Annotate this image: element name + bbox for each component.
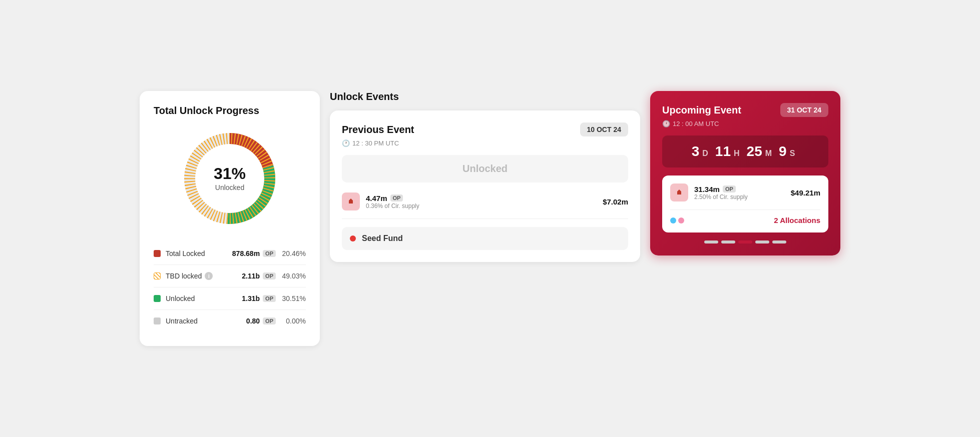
upcoming-clock-icon: 🕐: [662, 120, 670, 128]
pag-dot-3-active[interactable]: [738, 240, 752, 244]
op-badge-untracked: OP: [263, 318, 276, 324]
section-title: Unlock Events: [330, 91, 640, 102]
alloc-dot-blue: [670, 218, 676, 224]
token-icon: [342, 192, 360, 210]
allocations-label: 2 Allocations: [774, 216, 820, 224]
op-badge-tbd: OP: [263, 272, 276, 280]
upcoming-token-row: 31.34m OP 2.50% of Cir. supply $49.21m: [670, 184, 820, 202]
alloc-dot-pink: [678, 218, 684, 224]
previous-event-time: 🕐 12 : 30 PM UTC: [342, 140, 628, 147]
upcoming-token-usd: $49.21m: [791, 188, 820, 197]
legend-value-untracked: 0.80: [246, 317, 260, 325]
allocation-dots: [670, 218, 684, 224]
op-badge-locked: OP: [263, 250, 276, 257]
legend-icon-unlocked: [154, 295, 161, 302]
countdown-box: 3 D 11 H 25 M 9 S: [662, 136, 828, 168]
pag-dot-1[interactable]: [704, 240, 718, 244]
clock-icon: 🕐: [342, 140, 350, 147]
token-usd: $7.02m: [603, 198, 628, 206]
middle-section: Unlock Events Previous Event 10 OCT 24 🕐…: [330, 91, 640, 262]
token-amount: 4.47m OP: [366, 194, 603, 202]
legend-value-locked: 878.68m: [232, 250, 260, 258]
legend-item-tbd: TBD locked i 2.11b OP 49.03%: [154, 265, 306, 288]
upcoming-token-icon: [670, 184, 688, 202]
left-card-title: Total Unlock Progress: [154, 105, 306, 116]
previous-event-name: Previous Event: [342, 124, 414, 136]
op-badge-event: OP: [390, 194, 403, 202]
previous-event-header: Previous Event 10 OCT 24: [342, 122, 628, 136]
main-container: Total Unlock Progress 31% Unlocked: [140, 91, 840, 346]
fund-name: Seed Fund: [362, 234, 620, 243]
upcoming-token-supply: 2.50% of Cir. supply: [694, 194, 791, 200]
legend-icon-locked: [154, 250, 161, 257]
pag-dot-2[interactable]: [721, 240, 735, 244]
countdown-hours-unit: H: [734, 149, 740, 158]
legend-item-untracked: Untracked 0.80 OP 0.00%: [154, 310, 306, 332]
token-supply: 0.36% of Cir. supply: [366, 202, 603, 210]
legend-label-untracked: Untracked: [166, 317, 246, 325]
donut-center: 31% Unlocked: [214, 166, 246, 192]
countdown-minutes-unit: M: [765, 149, 772, 158]
countdown-days: 3: [692, 144, 700, 160]
unlocked-status-badge: Unlocked: [342, 155, 628, 182]
pag-dot-5[interactable]: [772, 240, 786, 244]
legend-pct-tbd: 49.03%: [280, 272, 306, 280]
donut-percent: 31%: [214, 166, 246, 182]
countdown-days-unit: D: [702, 149, 708, 158]
left-card: Total Unlock Progress 31% Unlocked: [140, 91, 320, 346]
legend-icon-untracked: [154, 318, 161, 324]
divider: [342, 218, 628, 219]
upcoming-event-time: 🕐 12 : 00 AM UTC: [662, 120, 828, 128]
info-icon[interactable]: i: [205, 272, 213, 280]
countdown-seconds-unit: S: [790, 149, 795, 158]
previous-event-token-row: 4.47m OP 0.36% of Cir. supply $7.02m: [342, 192, 628, 210]
previous-event-card: Previous Event 10 OCT 24 🕐 12 : 30 PM UT…: [330, 110, 640, 262]
pagination: [662, 240, 828, 244]
countdown-minutes: 25: [747, 144, 762, 160]
token-info: 4.47m OP 0.36% of Cir. supply: [366, 194, 603, 210]
allocations-row: 2 Allocations: [670, 210, 820, 224]
donut-label: Unlocked: [214, 184, 246, 192]
legend-label-unlocked: Unlocked: [166, 294, 242, 302]
countdown-hours: 11: [715, 144, 731, 160]
upcoming-token-amount: 31.34m OP: [694, 185, 791, 194]
donut-container: 31% Unlocked: [154, 128, 306, 228]
upcoming-event-title: Upcoming Event: [662, 104, 741, 116]
legend-pct-unlocked: 30.51%: [280, 294, 306, 302]
upcoming-event-card: Upcoming Event 31 OCT 24 🕐 12 : 00 AM UT…: [650, 91, 840, 256]
fund-row: Seed Fund: [342, 227, 628, 250]
upcoming-op-badge: OP: [723, 186, 736, 192]
legend-item-total-locked: Total Locked 878.68m OP 20.46%: [154, 242, 306, 265]
legend-label-tbd: TBD locked i: [166, 272, 242, 280]
legend: Total Locked 878.68m OP 20.46% TBD locke…: [154, 242, 306, 332]
previous-event-date: 10 OCT 24: [580, 122, 628, 136]
pag-dot-4[interactable]: [755, 240, 769, 244]
op-badge-unlocked: OP: [263, 295, 276, 302]
upcoming-inner-card: 31.34m OP 2.50% of Cir. supply $49.21m 2…: [662, 176, 828, 232]
legend-value-unlocked: 1.31b: [242, 294, 260, 302]
donut-chart: 31% Unlocked: [180, 128, 280, 228]
legend-label-locked: Total Locked: [166, 250, 232, 258]
countdown-seconds: 9: [779, 144, 787, 160]
upcoming-token-info: 31.34m OP 2.50% of Cir. supply: [694, 185, 791, 200]
legend-pct-untracked: 0.00%: [280, 317, 306, 325]
fund-dot: [350, 236, 356, 242]
upcoming-event-header: Upcoming Event 31 OCT 24: [662, 103, 828, 117]
legend-pct-locked: 20.46%: [280, 250, 306, 258]
legend-icon-tbd: [154, 272, 161, 280]
upcoming-event-date: 31 OCT 24: [780, 103, 828, 117]
legend-item-unlocked: Unlocked 1.31b OP 30.51%: [154, 288, 306, 310]
legend-value-tbd: 2.11b: [242, 272, 260, 280]
